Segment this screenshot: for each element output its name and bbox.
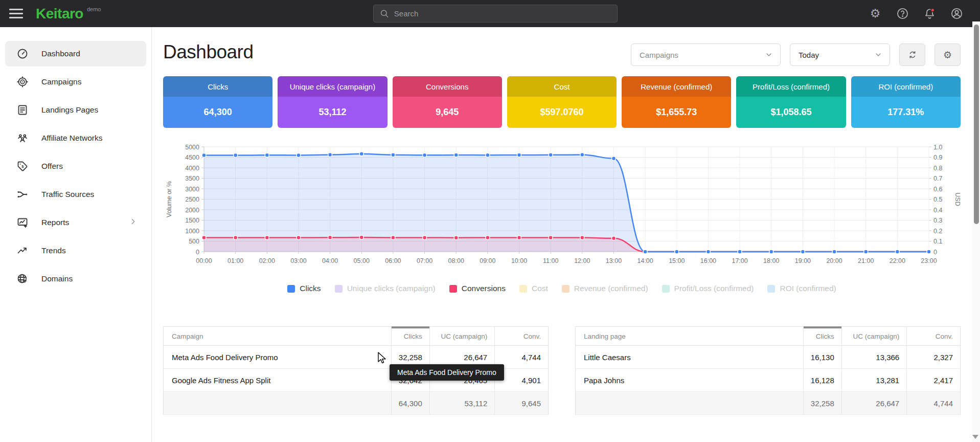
legend-swatch (449, 285, 457, 293)
column-header[interactable]: Conv. (495, 327, 549, 346)
scrollbar-thumb[interactable] (974, 25, 979, 224)
sidebar-item-reports[interactable]: Reports (5, 210, 146, 235)
main-content: Dashboard Campaigns Today ⚙ (152, 27, 980, 442)
column-header[interactable]: Clicks (803, 327, 841, 346)
svg-text:02:00: 02:00 (259, 257, 275, 264)
metric-card-value: 53,112 (278, 97, 387, 128)
table-row[interactable]: Little Caesars16,13013,3662,327 (576, 346, 961, 369)
grouping-select[interactable]: Campaigns (631, 43, 781, 66)
legend-item-roi-confirmed[interactable]: ROI (confirmed) (767, 284, 836, 293)
sidebar-item-label: Trends (41, 246, 66, 255)
notification-badge (931, 9, 935, 12)
search-input[interactable] (394, 9, 611, 18)
row-name-cell[interactable]: Papa Johns (576, 369, 804, 392)
table-row[interactable]: Papa Johns16,12813,2812,417 (576, 369, 961, 392)
dashboard-settings-button[interactable]: ⚙ (935, 43, 961, 66)
top-bar: Keitaro demo ⚙ (0, 0, 980, 27)
column-header[interactable]: Campaign (164, 327, 392, 346)
metric-card-clicks[interactable]: Clicks64,300 (163, 76, 272, 128)
svg-text:0.6: 0.6 (933, 186, 942, 193)
sidebar-item-label: Reports (41, 218, 69, 227)
metric-card-profit-loss-confirmed[interactable]: Profit/Loss (confirmed)$1,058.65 (736, 76, 846, 128)
svg-text:06:00: 06:00 (385, 257, 401, 264)
row-name-cell[interactable]: Little Caesars (576, 346, 804, 369)
sidebar-item-traffic-sources[interactable]: Traffic Sources (5, 182, 146, 207)
row-name-cell[interactable]: Google Ads Fitness App Split (164, 369, 392, 392)
metric-card-roi-confirmed[interactable]: ROI (confirmed)177.31% (851, 76, 961, 128)
row-name-cell[interactable]: Meta Ads Food Delivery Promo (164, 346, 392, 369)
svg-text:10:00: 10:00 (511, 257, 527, 264)
affiliate-networks-icon (16, 132, 29, 144)
total-cell: 32,258 (803, 392, 841, 415)
sidebar-item-campaigns[interactable]: Campaigns (5, 69, 146, 95)
sidebar-item-label: Dashboard (41, 49, 80, 58)
svg-text:3000: 3000 (185, 186, 199, 193)
metric-card-value: 64,300 (163, 97, 272, 128)
metric-card-conversions[interactable]: Conversions9,645 (393, 76, 502, 128)
legend-item-clicks[interactable]: Clicks (287, 284, 321, 293)
column-header[interactable]: Landing page (576, 327, 804, 346)
metric-card-value: $1,058.65 (736, 97, 846, 128)
bell-icon[interactable] (923, 7, 936, 20)
svg-text:0: 0 (933, 249, 937, 256)
metric-card-unique-clicks-campaign[interactable]: Unique clicks (campaign)53,112 (278, 76, 387, 128)
column-header[interactable]: UC (campaign) (841, 327, 906, 346)
sidebar-item-trends[interactable]: Trends (5, 238, 146, 263)
svg-text:0.9: 0.9 (933, 154, 942, 161)
column-header[interactable]: UC (campaign) (429, 327, 494, 346)
metric-card-label: Conversions (393, 76, 502, 97)
sidebar-item-dashboard[interactable]: Dashboard (5, 41, 146, 67)
traffic-chart[interactable]: 50001.045000.940000.835000.730000.625000… (163, 140, 961, 275)
svg-text:07:00: 07:00 (417, 257, 432, 264)
total-cell: 64,300 (391, 392, 429, 415)
menu-toggle-icon[interactable] (5, 4, 29, 24)
svg-text:23:00: 23:00 (921, 257, 937, 264)
row-value-cell: 2,327 (907, 346, 961, 369)
metric-card-revenue-confirmed[interactable]: Revenue (confirmed)$1,655.73 (622, 76, 731, 128)
page-title: Dashboard (163, 41, 254, 63)
legend-item-cost[interactable]: Cost (519, 284, 548, 293)
account-icon[interactable] (950, 7, 963, 20)
svg-text:5000: 5000 (185, 144, 199, 151)
help-icon[interactable] (896, 7, 909, 20)
offers-icon: $ (16, 160, 29, 172)
legend-label: ROI (confirmed) (780, 284, 836, 293)
svg-text:1.0: 1.0 (933, 144, 942, 151)
svg-text:2500: 2500 (185, 196, 199, 203)
sidebar-item-label: Traffic Sources (41, 190, 94, 199)
sidebar-item-domains[interactable]: Domains (5, 266, 146, 292)
legend-swatch (767, 285, 775, 293)
column-header[interactable]: Clicks (391, 327, 429, 346)
legend-item-unique-clicks-campaign[interactable]: Unique clicks (campaign) (335, 284, 436, 293)
legend-item-revenue-confirmed[interactable]: Revenue (confirmed) (562, 284, 648, 293)
gear-icon[interactable]: ⚙ (869, 7, 882, 20)
legend-item-conversions[interactable]: Conversions (449, 284, 506, 293)
scroll-down-arrow-icon[interactable] (972, 435, 978, 439)
dashboard-icon (16, 48, 29, 60)
metric-card-value: $597.0760 (507, 97, 617, 128)
refresh-button[interactable] (899, 43, 925, 66)
sidebar-item-affiliate-networks[interactable]: Affiliate Networks (5, 125, 146, 151)
svg-text:16:00: 16:00 (700, 257, 716, 264)
legend-item-profit-loss-confirmed[interactable]: Profit/Loss (confirmed) (662, 284, 754, 293)
landings-pages-icon (16, 104, 29, 116)
date-range-select[interactable]: Today (790, 43, 890, 66)
campaigns-icon (16, 76, 29, 88)
svg-text:08:00: 08:00 (448, 257, 464, 264)
svg-text:1000: 1000 (185, 228, 199, 235)
metric-card-label: Profit/Loss (confirmed) (736, 76, 846, 97)
metric-card-cost[interactable]: Cost$597.0760 (507, 76, 617, 128)
global-search[interactable] (373, 5, 618, 23)
metric-card-label: Clicks (163, 76, 272, 97)
total-cell: 4,744 (907, 392, 961, 415)
svg-text:11:00: 11:00 (543, 257, 558, 264)
sidebar-item-landings-pages[interactable]: Landings Pages (5, 97, 146, 123)
column-header[interactable]: Conv. (907, 327, 961, 346)
svg-text:500: 500 (189, 238, 199, 245)
legend-label: Conversions (462, 284, 506, 293)
svg-text:12:00: 12:00 (574, 257, 590, 264)
sidebar-item-offers[interactable]: $Offers (5, 153, 146, 179)
domains-icon (16, 273, 29, 285)
page-scrollbar[interactable] (972, 21, 980, 442)
chart-legend: ClicksUnique clicks (campaign)Conversion… (163, 284, 961, 293)
